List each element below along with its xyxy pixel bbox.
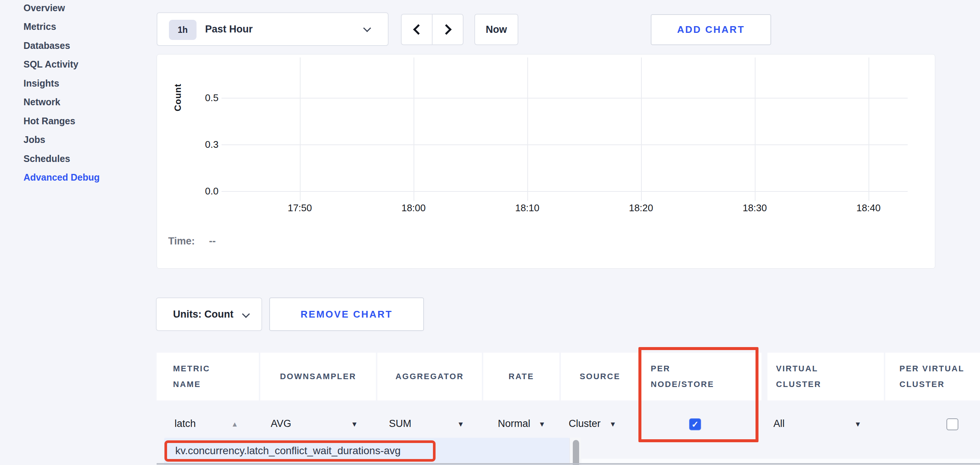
per-virtual-cluster-checkbox[interactable] — [947, 419, 958, 430]
aggregator-select[interactable]: SUM — [389, 418, 411, 430]
dropdown-open-arrow-icon[interactable]: ▲ — [231, 420, 238, 428]
header-line: SOURCE — [579, 372, 620, 381]
source-select[interactable]: Cluster — [569, 418, 601, 430]
screenshot-bottom-edge — [157, 463, 980, 465]
chevron-down-icon — [363, 24, 371, 32]
sidebar-item-advanced-debug[interactable]: Advanced Debug — [24, 168, 150, 187]
x-tick: 18:10 — [505, 202, 550, 214]
x-tick: 18:20 — [619, 202, 663, 214]
header-line: DOWNSAMPLER — [280, 372, 356, 381]
y-tick: 0.0 — [189, 185, 218, 197]
checkmark-icon: ✓ — [691, 419, 698, 430]
header-line: METRIC — [173, 361, 259, 377]
metric-suggestions-dropdown: kv.concurrency.latch_conflict_wait_durat… — [164, 438, 570, 465]
time-range-label: Past Hour — [205, 13, 253, 45]
chevron-down-icon[interactable]: ▼ — [538, 420, 546, 428]
sidebar-item-insights[interactable]: Insights — [24, 74, 150, 93]
y-axis-label: Count — [173, 84, 183, 111]
sidebar-item-hot-ranges[interactable]: Hot Ranges — [24, 112, 150, 131]
header-line: VIRTUAL — [776, 361, 884, 377]
column-header-aggregator: AGGREGATOR — [377, 353, 482, 400]
gridline-vertical — [300, 58, 301, 201]
advanced-debug-custom-chart-page: Overview Metrics Databases SQL Activity … — [0, 0, 980, 465]
chevron-down-icon[interactable]: ▼ — [351, 420, 358, 428]
chevron-down-icon[interactable]: ▼ — [609, 420, 616, 428]
x-tick: 18:40 — [846, 202, 891, 214]
virtual-cluster-select[interactable]: All — [773, 418, 784, 430]
sidebar-item-databases[interactable]: Databases — [24, 36, 150, 55]
sidebar: Overview Metrics Databases SQL Activity … — [24, 0, 150, 187]
header-line: CLUSTER — [899, 377, 980, 392]
column-header-downsampler: DOWNSAMPLER — [260, 353, 376, 400]
gridline-vertical — [414, 58, 414, 201]
dropdown-scrollbar-thumb[interactable] — [573, 440, 579, 465]
column-header-source: SOURCE — [561, 353, 639, 400]
time-range-select[interactable]: 1h Past Hour — [157, 12, 388, 46]
header-line: NODE/STORE — [651, 377, 762, 392]
gridline-vertical — [869, 58, 869, 201]
per-node-store-checkbox[interactable]: ✓ — [689, 419, 701, 430]
gridline-vertical — [641, 58, 642, 201]
chevron-right-icon — [441, 24, 451, 35]
hover-time-readout: Time:-- — [168, 235, 216, 247]
hover-time-value: -- — [209, 235, 216, 247]
sidebar-item-schedules[interactable]: Schedules — [24, 149, 150, 168]
x-tick: 17:50 — [277, 202, 322, 214]
column-header-per-node-store: PER NODE/STORE — [641, 353, 762, 400]
time-range-badge: 1h — [169, 20, 197, 40]
gridline-horizontal — [221, 98, 908, 99]
remove-chart-button[interactable]: REMOVE CHART — [269, 297, 424, 331]
header-line: PER — [651, 361, 762, 377]
header-line: RATE — [509, 372, 534, 381]
metric-name-input[interactable]: latch — [175, 418, 196, 430]
y-tick: 0.5 — [189, 92, 218, 104]
sidebar-item-network[interactable]: Network — [24, 93, 150, 112]
header-line: CLUSTER — [776, 377, 884, 392]
x-tick: 18:30 — [732, 202, 777, 214]
time-forward-button[interactable] — [432, 14, 463, 45]
sidebar-item-overview[interactable]: Overview — [24, 0, 150, 18]
column-header-metric-name: METRIC NAME — [157, 353, 259, 400]
column-header-virtual-cluster: VIRTUAL CLUSTER — [767, 353, 884, 400]
chevron-left-icon — [413, 24, 423, 35]
dropdown-scrollbar[interactable] — [570, 438, 581, 465]
sidebar-item-sql-activity[interactable]: SQL Activity — [24, 55, 150, 74]
chevron-down-icon — [242, 310, 250, 318]
column-header-rate: RATE — [483, 353, 559, 400]
column-header-per-virtual-cluster: PER VIRTUAL CLUSTER — [885, 353, 980, 400]
header-line: AGGREGATOR — [395, 372, 463, 381]
x-tick: 18:00 — [391, 202, 436, 214]
units-select[interactable]: Units: Count — [156, 297, 262, 331]
time-back-button[interactable] — [401, 14, 433, 45]
custom-chart-card[interactable]: Count 0.5 0.3 0.0 17:50 18:00 18:10 18:2… — [157, 54, 935, 269]
metric-suggestion-item[interactable]: kv.concurrency.latch_conflict_wait_durat… — [175, 445, 401, 457]
gridline-horizontal — [221, 144, 908, 145]
gridline-horizontal — [221, 191, 908, 192]
chevron-down-icon[interactable]: ▼ — [854, 420, 861, 428]
chevron-down-icon[interactable]: ▼ — [457, 420, 464, 428]
now-button[interactable]: Now — [474, 14, 518, 45]
gridline-vertical — [527, 58, 528, 201]
header-line: PER VIRTUAL — [899, 361, 980, 377]
add-chart-button[interactable]: ADD CHART — [651, 14, 771, 45]
downsampler-select[interactable]: AVG — [271, 418, 291, 430]
sidebar-item-jobs[interactable]: Jobs — [24, 131, 150, 150]
hover-time-label: Time: — [168, 235, 195, 247]
y-tick: 0.3 — [189, 139, 218, 150]
sidebar-item-metrics[interactable]: Metrics — [24, 18, 150, 37]
units-select-label: Units: Count — [173, 298, 234, 330]
header-line: NAME — [173, 377, 259, 392]
time-window-nav — [401, 14, 463, 45]
gridline-vertical — [755, 58, 756, 201]
rate-select[interactable]: Normal — [498, 418, 530, 430]
